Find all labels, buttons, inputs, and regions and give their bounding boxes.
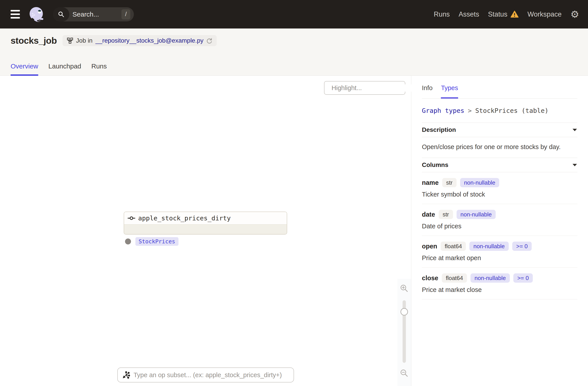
output-port[interactable] bbox=[125, 239, 131, 244]
output-type-chip[interactable]: StockPrices bbox=[135, 237, 179, 246]
description-section-header[interactable]: Description bbox=[422, 123, 577, 137]
column-row: open float64 non-nullable >= 0 Price at … bbox=[422, 236, 577, 268]
nav-link-workspace[interactable]: Workspace bbox=[527, 10, 562, 18]
column-constraint-pill: >= 0 bbox=[512, 242, 532, 251]
nav-link-assets[interactable]: Assets bbox=[459, 10, 479, 18]
tab-launchpad[interactable]: Launchpad bbox=[48, 62, 81, 76]
dagster-logo[interactable] bbox=[27, 6, 45, 23]
column-constraint-pill: non-nullable bbox=[470, 273, 510, 283]
zoom-in-icon[interactable] bbox=[400, 284, 408, 293]
column-description: Ticker symbol of stock bbox=[422, 191, 577, 198]
column-constraint-pill: non-nullable bbox=[457, 210, 496, 219]
search-input[interactable] bbox=[72, 11, 119, 18]
type-sidebar: Info Types Graph types > StockPrices (ta… bbox=[411, 76, 588, 386]
column-type-pill: str bbox=[442, 178, 457, 187]
chevron-down-icon bbox=[572, 128, 577, 132]
nav-link-status[interactable]: Status bbox=[488, 10, 519, 18]
op-selector-icon bbox=[122, 371, 130, 379]
tab-info[interactable]: Info bbox=[422, 84, 433, 99]
op-io-icon bbox=[128, 216, 135, 220]
op-node-group: apple_stock_prices_dirty StockPrices bbox=[124, 212, 287, 246]
slash-shortcut-badge: / bbox=[122, 9, 130, 20]
zoom-controls bbox=[397, 279, 411, 386]
warning-icon bbox=[510, 11, 519, 18]
job-repository-link[interactable]: __repository__stocks_job@example.py bbox=[95, 37, 203, 44]
column-name: date bbox=[422, 211, 435, 218]
tab-overview[interactable]: Overview bbox=[11, 62, 38, 76]
op-node-body bbox=[124, 224, 287, 234]
breadcrumb-current: StockPrices (table) bbox=[475, 107, 549, 114]
job-location-badge: Job in __repository__stocks_job@example.… bbox=[63, 35, 217, 46]
job-tabs: Overview Launchpad Runs bbox=[11, 62, 577, 76]
tab-runs[interactable]: Runs bbox=[91, 62, 107, 76]
gear-icon[interactable]: ⚙ bbox=[570, 9, 579, 19]
breadcrumb-separator: > bbox=[468, 107, 472, 114]
column-description: Date of prices bbox=[422, 223, 577, 230]
global-search[interactable]: / bbox=[53, 7, 134, 21]
op-node[interactable]: apple_stock_prices_dirty bbox=[124, 212, 287, 235]
op-subset-filter[interactable] bbox=[117, 367, 294, 383]
op-graph-pane[interactable]: apple_stock_prices_dirty StockPrices bbox=[0, 76, 411, 386]
breadcrumb: Graph types > StockPrices (table) bbox=[422, 99, 577, 123]
top-nav: / Runs Assets Status Workspace ⚙ bbox=[0, 0, 588, 28]
sidebar-tabs: Info Types bbox=[422, 76, 577, 99]
hamburger-menu-icon[interactable] bbox=[11, 10, 20, 19]
highlight-search[interactable] bbox=[324, 81, 405, 95]
column-type-pill: float64 bbox=[442, 273, 467, 283]
zoom-out-icon[interactable] bbox=[400, 369, 408, 377]
columns-section-header[interactable]: Columns bbox=[422, 158, 577, 172]
reload-icon[interactable] bbox=[206, 38, 212, 44]
nav-link-runs[interactable]: Runs bbox=[434, 10, 450, 18]
column-name: close bbox=[422, 274, 438, 282]
job-badge-prefix: Job in bbox=[76, 37, 93, 44]
search-icon bbox=[53, 7, 69, 21]
column-row: date str non-nullable Date of prices bbox=[422, 204, 577, 236]
zoom-slider-thumb[interactable] bbox=[400, 308, 408, 316]
page-header: stocks_job Job in __repository__stocks_j… bbox=[0, 28, 588, 76]
highlight-input[interactable] bbox=[332, 84, 415, 92]
job-graph-icon bbox=[67, 38, 73, 44]
column-constraint-pill: non-nullable bbox=[460, 178, 499, 187]
column-constraint-pill: non-nullable bbox=[469, 242, 509, 251]
column-row: name str non-nullable Ticker symbol of s… bbox=[422, 172, 577, 204]
column-type-pill: float64 bbox=[441, 242, 466, 251]
column-description: Price at market close bbox=[422, 286, 577, 293]
chevron-down-icon bbox=[572, 163, 577, 167]
breadcrumb-graph-types-link[interactable]: Graph types bbox=[422, 107, 464, 114]
page-title: stocks_job bbox=[11, 36, 57, 46]
op-subset-input[interactable] bbox=[134, 371, 289, 379]
tab-types[interactable]: Types bbox=[441, 84, 458, 99]
column-row: close float64 non-nullable >= 0 Price at… bbox=[422, 268, 577, 299]
column-type-pill: str bbox=[439, 210, 453, 219]
description-body: Open/close prices for one or more stocks… bbox=[422, 137, 577, 158]
column-name: name bbox=[422, 179, 439, 186]
op-node-title: apple_stock_prices_dirty bbox=[138, 214, 231, 222]
column-description: Price at market open bbox=[422, 254, 577, 262]
column-name: open bbox=[422, 243, 437, 250]
column-constraint-pill: >= 0 bbox=[513, 273, 533, 283]
